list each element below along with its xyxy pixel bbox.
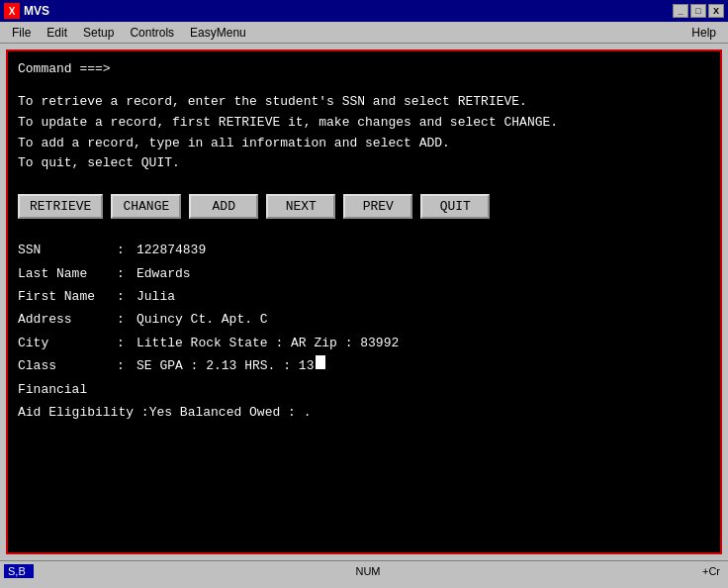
close-button[interactable]: X [708,4,724,18]
value-aid: Yes Balanced Owed : . [149,401,312,424]
app-icon: X [4,3,20,19]
value-class: SE GPA : 2.13 HRS. : 13 [136,354,314,377]
app-title: MVS [24,4,49,18]
label-lastname: Last Name [18,262,117,285]
field-ssn: SSN : 122874839 [18,239,710,261]
menu-edit[interactable]: Edit [39,24,75,42]
menu-help[interactable]: Help [683,24,724,42]
label-city: City [18,332,117,354]
title-bar: X MVS _ □ X [0,0,728,22]
instruction-line-4: To quit, select QUIT. [18,153,710,174]
instruction-line-3: To add a record, type in all information… [18,134,710,154]
colon-class: : [117,354,136,377]
colon-lastname: : [117,262,136,285]
status-bar: S,B NUM +Cr [0,560,728,580]
cursor [316,355,325,369]
label-address: Address [18,308,117,331]
menu-controls[interactable]: Controls [122,24,182,42]
title-bar-controls: _ □ X [673,4,724,18]
field-address: Address : Quincy Ct. Apt. C [18,308,710,331]
add-button[interactable]: ADD [189,194,258,219]
prev-button[interactable]: PREV [343,194,412,219]
colon-ssn: : [117,239,136,261]
field-firstname: First Name : Julia [18,285,710,308]
menu-setup[interactable]: Setup [75,24,122,42]
value-lastname: Edwards [136,262,191,285]
menu-easymenu[interactable]: EasyMenu [182,24,254,42]
instruction-line-1: To retrieve a record, enter the student'… [18,92,710,113]
status-left: S,B [4,564,34,578]
data-section: SSN : 122874839 Last Name : Edwards Firs… [18,239,710,424]
status-right: +Cr [702,565,724,577]
colon-address: : [117,308,136,331]
label-firstname: First Name [18,285,117,308]
label-aid: Aid Eligibility : [18,401,149,424]
menu-bar: File Edit Setup Controls EasyMenu Help [0,22,728,44]
quit-button[interactable]: QUIT [420,194,490,219]
title-bar-left: X MVS [4,3,49,19]
minimize-button[interactable]: _ [673,4,688,18]
button-row: RETRIEVE CHANGE ADD NEXT PREV QUIT [18,194,710,219]
instruction-line-2: To update a record, first RETRIEVE it, m… [18,113,710,134]
main-content: Command ===> To retrieve a record, enter… [6,49,722,554]
next-button[interactable]: NEXT [266,194,335,219]
value-city: Little Rock State : AR Zip : 83992 [136,332,399,354]
field-aid: Aid Eligibility : Yes Balanced Owed : . [18,401,710,424]
command-line: Command ===> [18,61,710,76]
change-button[interactable]: CHANGE [111,194,181,219]
field-financial: Financial [18,378,710,401]
label-class: Class [18,354,117,377]
field-class: Class : SE GPA : 2.13 HRS. : 13 [18,354,710,377]
field-city: City : Little Rock State : AR Zip : 8399… [18,332,710,354]
value-ssn: 122874839 [136,239,206,261]
colon-city: : [117,332,136,354]
label-ssn: SSN [18,239,117,261]
label-financial: Financial [18,378,117,401]
value-firstname: Julia [136,285,175,308]
instructions: To retrieve a record, enter the student'… [18,92,710,174]
command-prompt: Command ===> [18,61,111,76]
field-lastname: Last Name : Edwards [18,262,710,285]
retrieve-button[interactable]: RETRIEVE [18,194,103,219]
value-address: Quincy Ct. Apt. C [136,308,268,331]
maximize-button[interactable]: □ [690,4,706,18]
colon-firstname: : [117,285,136,308]
status-center: NUM [34,565,702,577]
menu-file[interactable]: File [4,24,39,42]
